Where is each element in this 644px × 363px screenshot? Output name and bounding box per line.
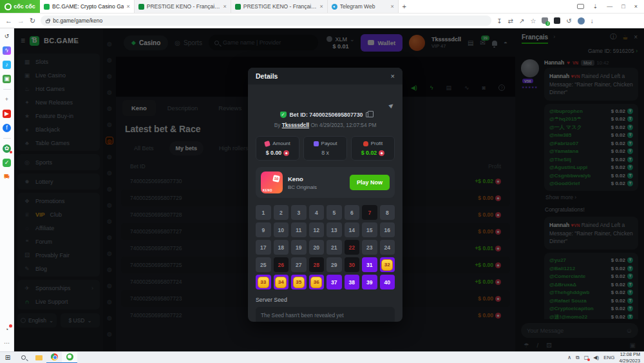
new-tab-button[interactable]: +: [399, 0, 410, 13]
keno-cell-selected: 39: [362, 275, 377, 289]
stat-value: $ 0.00◆: [256, 150, 299, 156]
network-icon[interactable]: ⧉: [576, 355, 580, 361]
cart-icon[interactable]: ⛟: [3, 173, 11, 181]
stat-amount: Amount$ 0.00◆: [256, 136, 299, 161]
stat-profit: Profit$ 0.02◆: [351, 136, 395, 161]
back-button[interactable]: ←: [5, 17, 12, 25]
gem-badge: 35: [293, 277, 305, 288]
forward-button[interactable]: →: [17, 17, 24, 25]
browser-toolbar: ← → ↻ bc.game/game/keno ↧ ⇄ ↗ ☆ 2 ↺ ↓: [0, 14, 644, 28]
keno-cell-hit: 32: [380, 257, 395, 272]
bettor-username-link[interactable]: Tkssssdcll: [282, 122, 309, 128]
copy-icon[interactable]: [366, 112, 370, 117]
notifications-bell-icon[interactable]: ◔: [3, 326, 11, 334]
file-explorer-icon[interactable]: [31, 352, 46, 363]
games-icon[interactable]: ▣: [3, 75, 11, 83]
game-provider: BC Originals: [288, 184, 317, 190]
keno-cell: 25: [256, 257, 271, 272]
pip-icon[interactable]: [577, 4, 584, 9]
taskbar-search-icon[interactable]: [15, 352, 31, 363]
browser-tab-bc-game-crypto-casin[interactable]: BC.GAME: Crypto Casino Ga×: [40, 0, 135, 13]
gem-badge: 34: [275, 277, 287, 288]
messenger-icon[interactable]: ϟ: [3, 46, 11, 55]
keno-cell: 9: [256, 222, 271, 237]
keno-cell: 13: [327, 222, 342, 237]
quick-download-icon[interactable]: ⇣: [593, 3, 598, 10]
extension-icon[interactable]: [554, 17, 560, 24]
promo-icon[interactable]: ✿: [3, 144, 11, 153]
browser-tab-prestige-keno-fran-a[interactable]: PRESTIGE KENO - Français -×: [231, 0, 328, 13]
play-now-button[interactable]: Play Now: [350, 175, 390, 190]
youtube-icon[interactable]: ▶: [3, 110, 11, 118]
taskbar-clock[interactable]: 12:08 PM 4/29/2023: [620, 351, 640, 363]
keno-cell-hit: 34: [274, 275, 289, 289]
close-button[interactable]: ×: [634, 3, 638, 10]
translate-icon[interactable]: ⇄: [508, 17, 513, 25]
tab-close-icon[interactable]: ×: [126, 3, 129, 10]
tab-title: Telegram Web: [340, 3, 388, 10]
keno-cell: 29: [327, 257, 342, 272]
bookmark-star-icon[interactable]: ☆: [530, 17, 536, 25]
tab-close-icon[interactable]: ×: [390, 3, 393, 10]
more-icon[interactable]: ⋯: [3, 339, 11, 348]
stat-label: Amount: [256, 141, 299, 146]
facebook-icon[interactable]: f: [3, 124, 11, 132]
tab-title: BC.GAME: Crypto Casino Ga: [52, 3, 124, 10]
modal-title: Details: [256, 72, 278, 80]
keno-cell-selected: 40: [380, 275, 395, 289]
tab-close-icon[interactable]: ×: [319, 3, 323, 10]
bcgame-favicon-icon: [44, 4, 50, 10]
downloads-icon[interactable]: ↓: [591, 17, 594, 25]
maximize-button[interactable]: □: [621, 3, 625, 10]
payout-icon: [314, 141, 319, 146]
coccoc-brand[interactable]: cốc cốc: [0, 0, 40, 13]
toolbar-icons: ↧ ⇄ ↗ ☆ 2 ↺ ↓: [497, 17, 594, 25]
keno-cell: 20: [309, 240, 325, 255]
browser-tab-telegram-web[interactable]: Telegram Web×: [328, 0, 399, 13]
profile-avatar-icon[interactable]: [578, 17, 585, 25]
prestige-favicon-icon: [235, 4, 241, 10]
keno-cell-drawn: 26: [274, 257, 289, 272]
sync-icon[interactable]: ↺: [566, 17, 571, 25]
tray-expand-icon[interactable]: ∧: [567, 355, 571, 360]
tab-close-icon[interactable]: ×: [223, 3, 226, 10]
keno-cell: 10: [274, 222, 289, 237]
keno-cell-drawn: 28: [309, 257, 325, 272]
save-page-icon[interactable]: ↧: [497, 17, 502, 25]
keyboard-language[interactable]: ENG: [603, 355, 614, 360]
windows-taskbar: ⊞ ∧ ⧉ ▢ ◀) ENG 12:08 PM 4/29/2023: [0, 351, 644, 363]
stat-payout: Payout8 x: [303, 136, 347, 161]
modal-close-icon[interactable]: ×: [391, 72, 395, 80]
volume-icon[interactable]: ◀): [593, 355, 599, 360]
keno-cell: 12: [309, 222, 325, 237]
tab-title: PRESTIGE KENO - Français -: [243, 3, 317, 10]
divider: [3, 89, 11, 90]
music-icon[interactable]: ♪: [3, 61, 11, 69]
coccoc-taskbar-icon[interactable]: [62, 352, 77, 363]
stat-label: Payout: [304, 141, 346, 146]
lock-icon: [46, 20, 50, 23]
start-button[interactable]: ⊞: [0, 352, 15, 363]
reload-button[interactable]: ↻: [30, 17, 35, 25]
alert-tray-icon[interactable]: ▢: [584, 355, 589, 360]
tab-strip: BC.GAME: Crypto Casino Ga×PRESTIGE KENO …: [40, 0, 399, 13]
url-bar[interactable]: bc.game/game/keno: [41, 15, 491, 26]
chrome-taskbar-icon[interactable]: [46, 352, 62, 363]
minimize-button[interactable]: —: [607, 3, 612, 10]
keno-cell: 17: [256, 240, 271, 255]
add-shortcut-icon[interactable]: +: [3, 95, 11, 104]
adblock-shield-icon[interactable]: 2: [542, 17, 548, 24]
keno-cell: 14: [345, 222, 360, 237]
browser-tab-prestige-keno-fran-a[interactable]: PRESTIGE KENO - Français -×: [135, 0, 231, 13]
share-bet-icon[interactable]: ►: [386, 100, 397, 110]
gem-badge: 32: [381, 259, 393, 271]
history-icon[interactable]: ↺: [3, 32, 11, 41]
browser-sidebar: ↺ ϟ ♪ ▣ + ▶ f ✿ ✓ ⛟ ◔ ⋯: [0, 28, 14, 351]
shield-check-icon[interactable]: ✓: [3, 159, 11, 167]
window-controls: ⇣ — □ ×: [571, 0, 644, 13]
keno-cell: 6: [345, 205, 360, 220]
keno-cell: 27: [291, 257, 307, 272]
share-icon[interactable]: ↗: [519, 17, 524, 25]
amount-icon: [264, 141, 270, 147]
keno-thumbnail-icon[interactable]: 10 KENO: [261, 172, 283, 193]
